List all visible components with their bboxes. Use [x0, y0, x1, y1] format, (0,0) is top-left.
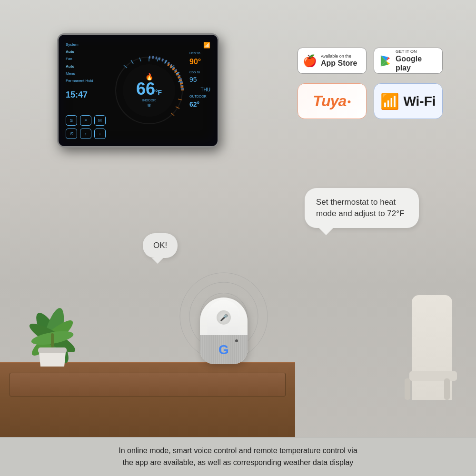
cool-info: Cool to 95	[189, 70, 210, 85]
dresser-furniture	[0, 362, 295, 438]
menu-hold: Permanent Hold	[66, 78, 109, 83]
outdoor-temperature: 62°	[189, 100, 210, 108]
btn-up[interactable]: ↑	[80, 129, 91, 139]
app-store-text: Available on the App Store	[321, 54, 357, 68]
svg-rect-8	[38, 347, 67, 353]
voice-command-bubble: Set thermostat to heat mode and adjust t…	[305, 188, 419, 228]
btn-down[interactable]: ↓	[94, 129, 106, 139]
outdoor-label: OUTDOOR	[189, 95, 210, 98]
chair-decoration	[400, 295, 457, 438]
thermostat-device: System Auto Fan Auto Menu Permanent Hold…	[57, 33, 219, 148]
menu-auto2: Auto	[66, 64, 109, 69]
speaker-body: 🎤 G	[200, 298, 248, 364]
speaker-fabric-bottom: G	[200, 335, 248, 364]
plant-decoration	[14, 262, 90, 367]
temperature-dial: 🔥 66°F INDOOR ❄	[113, 55, 185, 126]
btn-clock[interactable]: ⏱	[66, 129, 77, 139]
btn-s[interactable]: S	[66, 115, 77, 126]
cool-to-label: Cool to	[189, 70, 210, 75]
thermostat-right-panel: 📶 Heat to 90° Cool to 95 THU OUTDOOR 62°	[189, 42, 210, 139]
thermostat-left-panel: System Auto Fan Auto Menu Permanent Hold…	[66, 42, 109, 139]
google-play-sub: GET IT ON	[396, 49, 437, 54]
heat-to-label: Heat to	[189, 51, 210, 56]
cool-icon: ❄	[147, 103, 151, 108]
menu-auto: Auto	[66, 49, 109, 54]
chair-leg-left	[405, 378, 410, 400]
speaker-mic-button[interactable]: 🎤	[217, 310, 231, 325]
menu-system: System	[66, 42, 109, 47]
caption-line2: the app are available, as well as corres…	[14, 456, 462, 469]
thermostat-buttons: S F M ⏱ ↑ ↓	[66, 115, 109, 139]
caption-line1: In online mode, smart voice control and …	[14, 445, 462, 457]
brand-badges-row: Tuya ● 📶 Wi-Fi	[298, 83, 443, 119]
btn-f[interactable]: F	[80, 115, 91, 126]
btn-m[interactable]: M	[94, 115, 106, 126]
menu-menu: Menu	[66, 71, 109, 76]
wifi-icon-thermostat: 📶	[189, 42, 210, 49]
bottom-caption-bar: In online mode, smart voice control and …	[0, 437, 476, 476]
svg-marker-7	[39, 352, 66, 367]
google-play-badge[interactable]: GET IT ON Google play	[374, 48, 443, 74]
svg-rect-5	[51, 333, 54, 347]
current-temperature: 66°F	[136, 80, 162, 98]
wifi-symbol-icon: 📶	[380, 92, 399, 110]
chair-seat	[409, 371, 457, 381]
app-store-badge[interactable]: 🍎 Available on the App Store	[298, 48, 367, 74]
speaker-indicator-dot	[235, 339, 238, 342]
smart-speaker: 🎤 G	[200, 298, 248, 364]
tuya-brand-text: Tuya	[313, 92, 346, 110]
cool-temperature: 95	[189, 75, 210, 85]
dial-inner-display: 🔥 66°F INDOOR ❄	[123, 64, 175, 117]
heat-info: Heat to 90°	[189, 51, 210, 68]
wifi-brand-text: Wi-Fi	[403, 94, 436, 109]
voice-command-text: Set thermostat to heat mode and adjust t…	[316, 198, 404, 218]
wifi-badge: 📶 Wi-Fi	[374, 83, 443, 119]
indoor-label: INDOOR	[142, 99, 156, 102]
app-badges-area: 🍎 Available on the App Store GET IT ON G…	[298, 48, 443, 119]
apple-icon: 🍎	[303, 54, 317, 68]
chair-leg-right	[444, 378, 450, 400]
google-play-icon	[379, 54, 392, 68]
thermostat-dial-area: 🔥 66°F INDOOR ❄	[113, 42, 185, 139]
menu-fan: Fan	[66, 56, 109, 61]
tuya-badge: Tuya ●	[298, 83, 367, 119]
app-store-main: App Store	[321, 59, 357, 68]
download-badges-row: 🍎 Available on the App Store GET IT ON G…	[298, 48, 443, 74]
ok-response-text: OK!	[153, 241, 167, 250]
dresser-drawer	[10, 373, 286, 397]
speaker-g-logo: G	[218, 342, 229, 357]
google-play-main: Google play	[396, 54, 437, 72]
heat-temperature: 90°	[189, 56, 210, 68]
speaker-top: 🎤	[207, 300, 240, 335]
day-display: THU	[189, 87, 210, 92]
ok-response-bubble: OK!	[143, 233, 178, 258]
thermostat-time: 15:47	[66, 90, 109, 100]
google-play-text: GET IT ON Google play	[396, 49, 437, 72]
app-store-sub: Available on the	[321, 54, 357, 59]
